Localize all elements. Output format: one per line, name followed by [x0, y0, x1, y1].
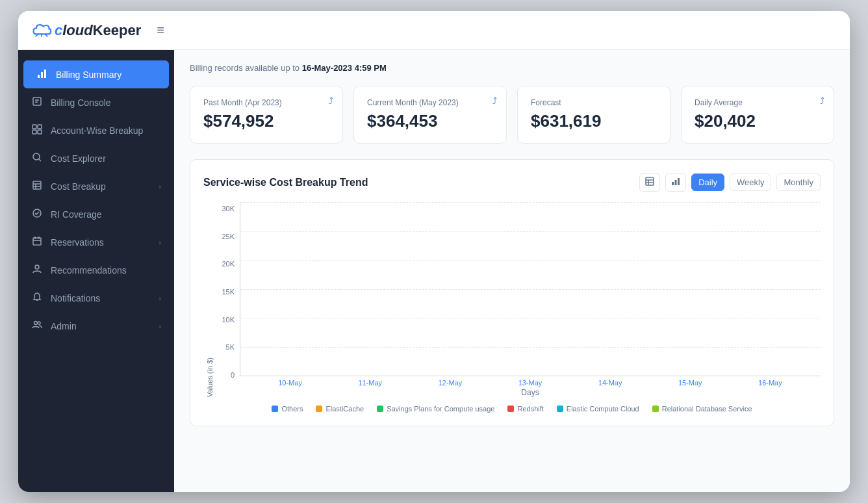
chart-body: Values (in $) 0 5K 10K 15K 20K 25K 30K	[203, 202, 821, 397]
y-label-5k: 5K	[216, 343, 235, 351]
y-axis-title: Values (in $)	[203, 202, 216, 397]
account-wise-icon	[31, 124, 43, 136]
svg-line-11	[39, 159, 41, 161]
chart-title: Service-wise Cost Breakup Trend	[203, 177, 368, 188]
card-value: $364,453	[367, 111, 493, 131]
chart-legend: Others ElastiCache Savings Plans for Com…	[203, 405, 821, 413]
chevron-icon: ›	[159, 294, 161, 302]
x-label-4: 14-May	[570, 379, 650, 387]
legend-rds: Relational Database Service	[652, 405, 752, 413]
card-value: $631,619	[531, 111, 657, 131]
card-label: Past Month (Apr 2023)	[203, 98, 329, 107]
logo-text: cloudKeeper	[55, 22, 141, 39]
billing-summary-icon	[36, 68, 48, 81]
card-past-month: Past Month (Apr 2023) $574,952 ⤴	[190, 86, 343, 144]
legend-label: Others	[281, 405, 303, 413]
chart-canvas	[240, 202, 821, 376]
x-label-3: 13-May	[490, 379, 570, 387]
chevron-icon: ›	[159, 239, 161, 246]
sidebar-item-ri-coverage[interactable]: RI Coverage	[18, 200, 174, 228]
legend-label: Relational Database Service	[662, 405, 752, 413]
legend-others: Others	[272, 405, 303, 413]
admin-icon	[31, 320, 43, 332]
logo-icon	[31, 20, 52, 41]
bar-view-button[interactable]	[665, 173, 686, 192]
card-link[interactable]: ⤴	[492, 96, 497, 106]
x-label-6: 16-May	[730, 379, 810, 387]
billing-header: Billing records available up to 16-May-2…	[190, 63, 834, 73]
legend-dot-elasticache	[316, 406, 322, 412]
legend-label: Elastic Compute Cloud	[567, 405, 639, 413]
ri-coverage-icon	[31, 208, 43, 220]
legend-redshift: Redshift	[507, 405, 543, 413]
legend-ecc: Elastic Compute Cloud	[557, 405, 639, 413]
billing-console-icon	[31, 96, 43, 109]
sidebar-label: Reservations	[51, 237, 104, 248]
svg-point-23	[34, 322, 38, 325]
legend-dot-others	[272, 406, 278, 412]
sidebar-label: Recommendations	[51, 265, 127, 276]
sidebar-item-billing-summary[interactable]: Billing Summary	[23, 60, 169, 88]
svg-rect-1	[41, 72, 43, 78]
card-link[interactable]: ⤴	[820, 96, 824, 106]
bars-container	[240, 202, 821, 376]
x-label-1: 11-May	[330, 379, 410, 387]
y-label-25k: 25K	[216, 233, 235, 240]
recommendations-icon	[31, 264, 43, 276]
sidebar-item-notifications[interactable]: Notifications ›	[18, 284, 174, 312]
x-axis-title: Days	[240, 388, 821, 397]
card-daily-average: Daily Average $20,402 ⤴	[681, 86, 834, 144]
sidebar: Billing Summary Billing Console Account-…	[18, 50, 174, 492]
svg-point-21	[35, 265, 39, 269]
cost-breakup-icon	[31, 180, 43, 192]
sidebar-item-account-wise[interactable]: Account-Wise Breakup	[18, 116, 174, 144]
hamburger-menu[interactable]: ≡	[157, 23, 164, 38]
legend-dot-ecc	[557, 406, 563, 412]
x-label-2: 12-May	[410, 379, 490, 387]
y-axis: 0 5K 10K 15K 20K 25K 30K	[216, 202, 240, 397]
sidebar-label: Cost Explorer	[51, 153, 106, 164]
svg-rect-0	[38, 75, 40, 78]
svg-rect-7	[38, 125, 42, 129]
sidebar-item-billing-console[interactable]: Billing Console	[18, 88, 174, 116]
svg-point-10	[33, 153, 40, 160]
y-label-30k: 30K	[216, 205, 235, 213]
billing-date: 16-May-2023 4:59 PM	[302, 63, 387, 73]
logo: cloudKeeper	[31, 20, 141, 41]
card-link[interactable]: ⤴	[329, 96, 333, 106]
legend-dot-savings	[377, 406, 383, 412]
sidebar-label: Notifications	[51, 293, 100, 303]
svg-rect-17	[33, 238, 41, 245]
x-labels: 10-May 11-May 12-May 13-May 14-May 15-Ma…	[240, 379, 821, 387]
sidebar-label: Billing Summary	[56, 70, 121, 80]
sidebar-item-cost-breakup[interactable]: Cost Breakup ›	[18, 172, 174, 200]
main-layout: Billing Summary Billing Console Account-…	[18, 50, 850, 492]
sidebar-item-cost-explorer[interactable]: Cost Explorer	[18, 144, 174, 172]
chart-header: Service-wise Cost Breakup Trend Daily We…	[203, 173, 821, 192]
chevron-icon: ›	[159, 183, 161, 190]
svg-rect-2	[44, 70, 46, 78]
sidebar-item-recommendations[interactable]: Recommendations	[18, 256, 174, 284]
app-container: cloudKeeper ≡ Billing Summary Billing Co…	[18, 11, 850, 492]
chart-section: Service-wise Cost Breakup Trend Daily We…	[190, 159, 834, 426]
card-forecast: Forecast $631,619	[517, 86, 670, 144]
x-label-0: 10-May	[250, 379, 330, 387]
main-content: Billing records available up to 16-May-2…	[174, 50, 850, 492]
svg-rect-30	[675, 180, 677, 185]
card-value: $20,402	[695, 111, 821, 131]
legend-savings: Savings Plans for Compute usage	[377, 405, 494, 413]
cards-row: Past Month (Apr 2023) $574,952 ⤴ Current…	[190, 86, 834, 144]
table-view-button[interactable]	[639, 173, 660, 192]
svg-rect-29	[672, 182, 674, 185]
sidebar-item-admin[interactable]: Admin ›	[18, 312, 174, 340]
card-label: Current Month (May 2023)	[367, 98, 493, 107]
legend-label: Savings Plans for Compute usage	[387, 405, 494, 413]
sidebar-item-reservations[interactable]: Reservations ›	[18, 228, 174, 256]
sidebar-label: Account-Wise Breakup	[51, 125, 143, 136]
weekly-button[interactable]: Weekly	[730, 174, 771, 191]
svg-rect-25	[646, 177, 654, 185]
legend-label: Redshift	[517, 405, 543, 413]
svg-rect-12	[33, 181, 41, 189]
daily-button[interactable]: Daily	[691, 174, 724, 191]
monthly-button[interactable]: Monthly	[776, 174, 821, 191]
